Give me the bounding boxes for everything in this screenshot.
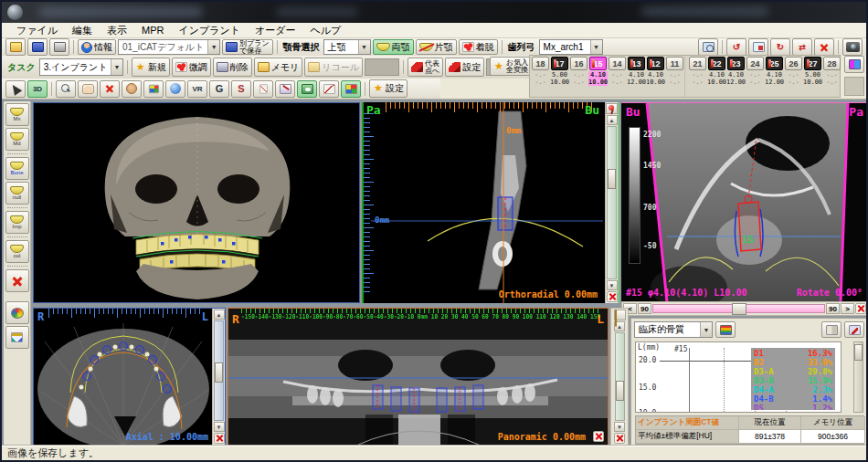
vr-render-button[interactable]: VR	[187, 80, 207, 98]
close-view-button[interactable]	[214, 433, 225, 444]
both-jaw-button[interactable]: 両顎	[373, 39, 414, 55]
zoom-tool-button[interactable]	[56, 80, 76, 98]
delete-button[interactable]: 削除	[213, 58, 252, 77]
menu-edit[interactable]: 編集	[65, 23, 100, 38]
arch-dropdown[interactable]: Mx_arch1▼	[539, 39, 603, 55]
scroll-thumb[interactable]	[215, 362, 223, 383]
left-tool-null[interactable]: null	[5, 182, 29, 205]
left-tool-md[interactable]: Md	[5, 128, 29, 151]
recall-button[interactable]: リコール	[304, 58, 363, 77]
tooth-22-button[interactable]: 22	[708, 57, 725, 70]
tooth-26-button[interactable]: 26	[785, 57, 802, 70]
scroll-up-button[interactable]: ▲	[214, 310, 225, 320]
gray-window-button[interactable]: G	[209, 80, 229, 98]
menu-implant[interactable]: インプラント	[171, 23, 248, 38]
rotate-90-right-button[interactable]: 90	[826, 303, 840, 314]
measure-button[interactable]	[319, 80, 339, 98]
menu-file[interactable]: ファイル	[9, 23, 65, 38]
left-tool-col[interactable]: col	[5, 240, 29, 263]
view-orthoradial[interactable]: Pa Bu 0mm 0mm Orthoradial 0.00mm ▲ ▼	[362, 102, 619, 303]
task-settings-button[interactable]: 設定	[445, 58, 484, 77]
rotate-step-right-button[interactable]: >	[841, 303, 854, 314]
menu-mpr[interactable]: MPR	[134, 24, 171, 37]
snapshot-button[interactable]	[842, 38, 863, 56]
new-implant-button[interactable]: 新規	[132, 58, 170, 77]
sphere-render-button[interactable]	[165, 80, 185, 98]
print-button[interactable]	[49, 38, 69, 56]
grid-visibility-button[interactable]	[341, 80, 361, 98]
rotate-left-button[interactable]: ↺	[726, 38, 746, 56]
visibility-button[interactable]	[297, 80, 317, 98]
tooth-21-button[interactable]: 21	[689, 57, 706, 70]
close-view-button[interactable]	[614, 433, 625, 444]
scroll-down-button[interactable]: ▼	[607, 280, 618, 290]
view-settings-button[interactable]: 設定	[369, 79, 408, 98]
tooth-14-button[interactable]: 14	[609, 57, 626, 70]
report-button[interactable]	[821, 321, 842, 338]
view-3d[interactable]	[33, 102, 360, 303]
attach-button[interactable]: 着脱	[459, 39, 498, 55]
scroll-thumb[interactable]	[616, 381, 624, 401]
tooth-chart-display-button[interactable]	[844, 56, 864, 73]
tooth-23-button[interactable]: 23	[727, 57, 745, 70]
representative-point-button[interactable]: 代表点へ	[408, 58, 443, 77]
favorites-convert-button[interactable]: お気入全変換	[490, 57, 532, 76]
tooth-13-button[interactable]: 13	[628, 57, 645, 70]
pin-button[interactable]	[614, 310, 626, 320]
close-view-button[interactable]	[855, 303, 866, 314]
tooth-25-button[interactable]: 25	[766, 57, 783, 70]
menu-view[interactable]: 表示	[100, 23, 134, 38]
close-view-button[interactable]	[607, 291, 618, 302]
left-tool-bone[interactable]: Bone	[5, 157, 29, 180]
preset-dropdown[interactable]: 01_iCATデフォルト▼	[118, 39, 220, 55]
axes-button[interactable]	[143, 80, 164, 98]
axes-3d-button[interactable]	[5, 326, 29, 349]
tooth-18-button[interactable]: 18	[532, 57, 549, 70]
save-button[interactable]	[27, 38, 48, 56]
layer-style-button[interactable]	[715, 321, 736, 338]
left-tool-mx[interactable]: Mx	[5, 103, 29, 126]
memory-button[interactable]: メモリ	[254, 58, 303, 77]
select-cursor-button[interactable]	[5, 80, 26, 98]
left-tool-imp[interactable]: Imp	[5, 211, 29, 234]
menu-order[interactable]: オーダー	[248, 23, 303, 38]
single-jaw-button[interactable]: 片顎	[416, 39, 457, 55]
tooth-28-button[interactable]: 28	[823, 57, 841, 70]
scroll-thumb[interactable]	[608, 169, 616, 189]
face-view-button[interactable]	[122, 80, 142, 98]
rotate-slider-track[interactable]	[652, 304, 825, 313]
save-as-plan-button[interactable]: 別プランで保存	[222, 39, 273, 55]
view-panoramic[interactable]: -150-140-130-120-110-100-90-80-70-60-50-…	[228, 308, 609, 446]
task-dropdown[interactable]: 3.インプラント▼	[39, 58, 123, 76]
export-button[interactable]	[844, 321, 864, 338]
app-icon[interactable]	[7, 5, 23, 20]
scroll-track[interactable]	[607, 126, 617, 279]
scroll-track[interactable]	[615, 332, 625, 421]
zoom-window-button[interactable]	[698, 38, 718, 56]
open-button[interactable]	[5, 38, 26, 56]
tooth-24-button[interactable]: 24	[746, 57, 764, 70]
reset-view-button[interactable]	[748, 38, 768, 56]
pan-tool-button[interactable]	[78, 80, 98, 98]
tooth-27-button[interactable]: 27	[804, 57, 821, 70]
rotate-right-button[interactable]: ↻	[770, 38, 790, 56]
info-button[interactable]: 情報	[78, 39, 116, 55]
close-view-button[interactable]	[593, 431, 604, 442]
scroll-up-button[interactable]: ▲	[607, 115, 618, 125]
bone-quality-dropdown[interactable]: 臨床的骨質▼	[634, 321, 713, 338]
palette-button[interactable]	[5, 301, 29, 324]
scroll-down-button[interactable]: ▼	[614, 422, 625, 432]
tooth-11-button[interactable]: 11	[666, 57, 683, 70]
fine-adjust-button[interactable]: 微調	[172, 58, 211, 77]
segment-button[interactable]: S	[231, 80, 251, 98]
points-button[interactable]	[253, 80, 273, 98]
rotate-90-left-button[interactable]: 90	[638, 303, 651, 314]
mode-3d-2d-button[interactable]: 3D	[27, 80, 48, 98]
tooth-16-button[interactable]: 16	[570, 57, 587, 70]
pin-button[interactable]	[606, 103, 618, 114]
rotate-slider-thumb[interactable]	[732, 303, 746, 315]
tooth-17-button[interactable]: 17	[551, 57, 568, 70]
fit-screen-button[interactable]	[814, 38, 834, 56]
scroll-down-button[interactable]: ▼	[214, 422, 225, 432]
swap-button[interactable]: ⇄	[792, 38, 812, 56]
